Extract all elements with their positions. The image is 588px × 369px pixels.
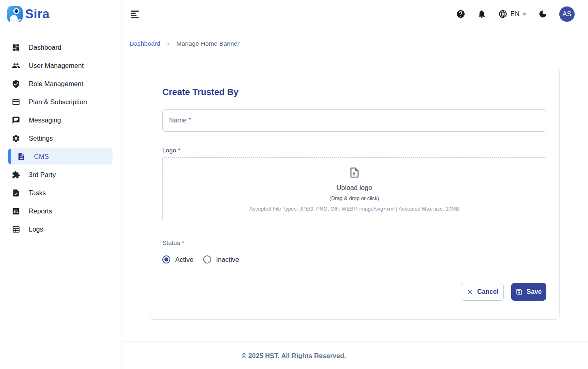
cancel-button[interactable]: Cancel [461, 283, 504, 301]
radio-label: Inactive [216, 256, 239, 264]
chevron-right-icon [165, 40, 172, 47]
sidebar-item-label: Dashboard [29, 44, 62, 51]
users-icon [11, 61, 20, 70]
brand-logo-icon [7, 6, 23, 22]
breadcrumb: Dashboard Manage Home Banner [121, 28, 588, 47]
sidebar-item-label: CMS [34, 153, 49, 160]
sidebar-nav: Dashboard User Management Role Managemen… [0, 39, 121, 237]
sidebar-item-label: Reports [29, 207, 52, 215]
notifications-icon[interactable] [477, 9, 486, 19]
sidebar-item-3rd-party[interactable]: 3rd Party [8, 167, 113, 183]
globe-icon [498, 9, 507, 19]
save-button-label: Save [526, 288, 541, 295]
menu-icon[interactable] [129, 9, 140, 19]
chat-icon [11, 116, 20, 124]
radio-inactive[interactable]: Inactive [203, 255, 239, 264]
credit-card-icon [11, 97, 20, 106]
sidebar-item-label: Plan & Subscription [29, 98, 87, 106]
sidebar: Sira Dashboard User Management Role Mana… [0, 0, 121, 369]
cancel-button-label: Cancel [477, 288, 498, 295]
page-title: Create Trusted By [162, 87, 546, 97]
language-selector[interactable]: EN [498, 9, 526, 19]
topbar-actions: EN AS [456, 6, 575, 22]
sidebar-item-user-management[interactable]: User Management [8, 57, 113, 74]
sidebar-item-label: Logs [29, 226, 43, 233]
brand-logo[interactable]: Sira [0, 0, 121, 28]
radio-active[interactable]: Active [162, 255, 193, 264]
sidebar-item-role-management[interactable]: Role Management [8, 76, 113, 92]
sidebar-item-label: Role Management [29, 80, 83, 88]
help-icon[interactable] [456, 9, 465, 19]
sidebar-item-label: Messaging [29, 116, 61, 124]
radio-selected-icon [162, 255, 170, 264]
brand-name: Sira [25, 7, 50, 21]
status-radio-group: Active Inactive [162, 255, 546, 264]
copyright-text: © 2025 HST. All Rights Reserved. [242, 352, 346, 359]
bar-chart-icon [11, 207, 20, 215]
chevron-down-icon [522, 13, 526, 16]
logo-upload-dropzone[interactable]: Upload logo (Drag & drop or click) Accep… [162, 157, 546, 221]
close-icon [466, 288, 473, 295]
sidebar-item-label: Tasks [29, 189, 46, 197]
sidebar-item-logs[interactable]: Logs [8, 221, 113, 237]
dark-mode-icon[interactable] [538, 9, 548, 19]
topbar: EN AS [121, 0, 588, 28]
sidebar-item-label: 3rd Party [29, 171, 56, 179]
task-check-icon [11, 188, 20, 197]
create-trusted-by-card: Create Trusted By Logo * Upload logo (Dr… [149, 67, 560, 320]
language-code: EN [510, 11, 520, 18]
gear-icon [11, 134, 20, 143]
sidebar-item-label: User Management [29, 62, 84, 70]
sidebar-item-label: Settings [29, 135, 53, 142]
logo-label: Logo * [162, 147, 546, 154]
table-icon [11, 225, 20, 234]
document-icon [17, 152, 25, 161]
status-label: Status * [162, 239, 546, 247]
sidebar-item-tasks[interactable]: Tasks [8, 185, 113, 201]
dashboard-icon [11, 43, 20, 52]
sidebar-item-messaging[interactable]: Messaging [8, 112, 113, 128]
form-actions: Cancel Save [162, 283, 546, 301]
upload-title: Upload logo [336, 184, 372, 192]
name-input[interactable] [162, 109, 546, 132]
sidebar-item-settings[interactable]: Settings [8, 130, 113, 146]
footer: © 2025 HST. All Rights Reserved. [121, 342, 588, 369]
radio-label: Active [175, 256, 193, 264]
save-button[interactable]: Save [511, 283, 546, 301]
sidebar-item-plan-subscription[interactable]: Plan & Subscription [8, 94, 113, 110]
sidebar-item-reports[interactable]: Reports [8, 203, 113, 219]
save-icon [516, 288, 523, 295]
sidebar-item-cms[interactable]: CMS [8, 148, 113, 164]
puzzle-icon [11, 170, 20, 179]
upload-hint: Accepted File Types: JPEG, PNG, GIF, WEB… [249, 206, 459, 212]
upload-subtitle: (Drag & drop or click) [329, 195, 379, 201]
upload-file-icon [348, 167, 361, 180]
avatar[interactable]: AS [559, 6, 575, 22]
sidebar-item-dashboard[interactable]: Dashboard [8, 39, 113, 55]
shield-check-icon [11, 79, 20, 88]
breadcrumb-link-dashboard[interactable]: Dashboard [129, 40, 160, 47]
radio-unselected-icon [203, 255, 211, 264]
main-area: EN AS Dashboard Manage Home Banner Creat… [121, 0, 588, 369]
breadcrumb-current: Manage Home Banner [176, 40, 240, 47]
